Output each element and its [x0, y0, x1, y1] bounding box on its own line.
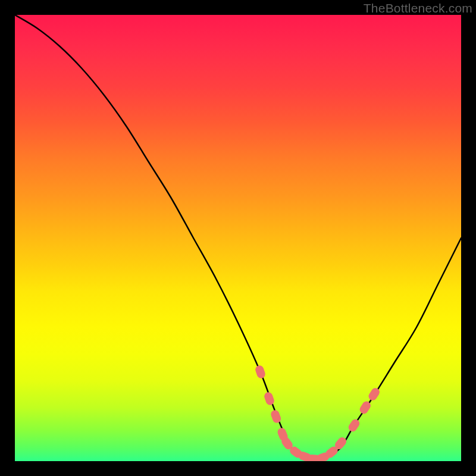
chart-frame: TheBottleneck.com — [0, 0, 476, 476]
plot-area — [15, 15, 461, 461]
watermark-text: TheBottleneck.com — [364, 1, 472, 15]
gradient-background — [15, 15, 461, 461]
